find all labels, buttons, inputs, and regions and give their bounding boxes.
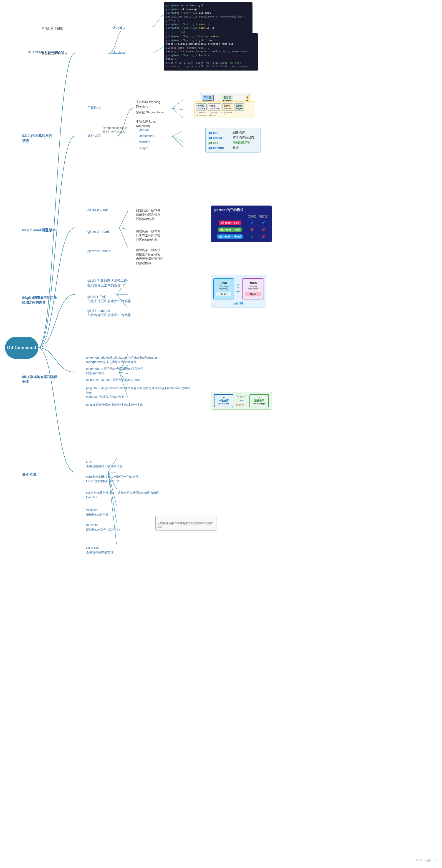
- section-06-label: 命令合集: [22, 472, 37, 477]
- cat-label: cat指令查看文件内容，该指令可以查看file.txt里的内容Cat file.…: [86, 487, 159, 499]
- section-01-remote-note: 从远程仓库中clone: [42, 51, 67, 56]
- ls-ltr-label: ls -ltr查看当前路径下的详细信息: [86, 456, 123, 468]
- working-area-node: 工作区域: [86, 105, 102, 111]
- git-ls-files-label: Git ls-files查看暂存区中的文件: [86, 541, 113, 554]
- echo-label: echo指令创建文件，创建了一个txt文件Echo "文件内容" >file.t…: [86, 470, 138, 483]
- git-diff-cached: git diff --cached比较暂存区和版本库中的差异: [86, 308, 132, 318]
- rm-label: rm file.txt删除file.txt文件（工作区）: [86, 519, 122, 532]
- git-diff-head: git diff HEAD比较工作区和版本库中的差异: [86, 294, 132, 304]
- git-status-note: 使用git status可以查看文件的不同状态: [103, 122, 128, 134]
- git-reset-hard-desc: 回退到某一版本并且丢弃工作区和暂存区的修改内容: [136, 225, 160, 242]
- section-05-label: 05.关联本地仓库和远程仓库: [22, 371, 57, 384]
- modified-label: Modified: [139, 140, 150, 144]
- section-04-label: 04.git diff查看不同工作区域之间的差异: [22, 292, 57, 305]
- push-u-label: git push -u origin main:main 将本地仓库与远程仓库关…: [86, 382, 192, 399]
- state-flow-diagram: 未跟踪Untrack 未修改Unmodified 已修改Modified 已暂存…: [194, 101, 255, 118]
- central-node-label: Git Command: [7, 345, 36, 350]
- git-reset-mixed-label: git reset --mixed: [86, 249, 113, 254]
- staged-label: Staged: [139, 146, 148, 150]
- file-status-node: 文件状态: [86, 133, 102, 138]
- staging-index-label: 暂存区 Staging Index: [136, 106, 165, 115]
- git-reset-soft-label: git reset --soft: [86, 208, 109, 213]
- watermark: ©CSDN 旭日0_0: [416, 859, 437, 863]
- git-reset-soft-desc: 回退到某一版本并保留工作区和暂存区域修改内容: [136, 204, 160, 221]
- unmodified-label: Unmodified: [139, 134, 154, 138]
- reset-modes-table: git reset的三种模式 工作区 暂存区 git reset --soft …: [211, 206, 272, 242]
- git-pull-label: git pull 远程仓库名 远程分支名:本地分支名: [86, 399, 143, 407]
- diff-diagram: 工作区 Working Directory file.txt git diff …: [211, 275, 266, 308]
- terminal-init: yiny@Ares mkdir learn-git yiny@Ares cd l…: [164, 2, 252, 36]
- git-init-label: Git init: [111, 25, 123, 30]
- local-repo-label: 本地仓库 LocalRepository: [136, 115, 156, 128]
- git-status-cheatsheet: git init 创建仓库 git status 查看仓库的状态 git add…: [205, 128, 261, 153]
- git-diff-default: git diff 无参数默认比较工作区与暂存区之间的差异: [86, 278, 129, 288]
- section-02-label: 02.工作区域和文件状态: [22, 129, 53, 143]
- terminal-clone: yiny@Ares ~/learn-git/my-repo main cd ..…: [164, 33, 258, 70]
- rm-note: 还需要使用git add将更改之后的文件添加到暂存区: [156, 516, 216, 530]
- git-clone-label: Git clone: [111, 50, 127, 55]
- untrack-label: Untrack: [139, 128, 149, 132]
- git-reset-hard-label: git reset --hard: [86, 229, 110, 234]
- central-node: Git Command: [5, 337, 38, 359]
- remote-push-pull-diagram: 🖥 本地仓库 Local Repo ← git pull ↔ git push …: [211, 392, 272, 410]
- branch-m-label: git branch -M main 指定分支名称为main: [86, 374, 140, 382]
- git-reset-mixed-desc: 回退到某一版本只保留工作区的修改内容但会撤销暂存区的修改内容: [136, 244, 163, 265]
- section-01-local-note: 本地目录下创建: [42, 26, 63, 31]
- vi-label: Vi file.txt修改file.tx的内容: [86, 504, 108, 517]
- section-03-label: 03.git reset回退版本: [22, 228, 56, 233]
